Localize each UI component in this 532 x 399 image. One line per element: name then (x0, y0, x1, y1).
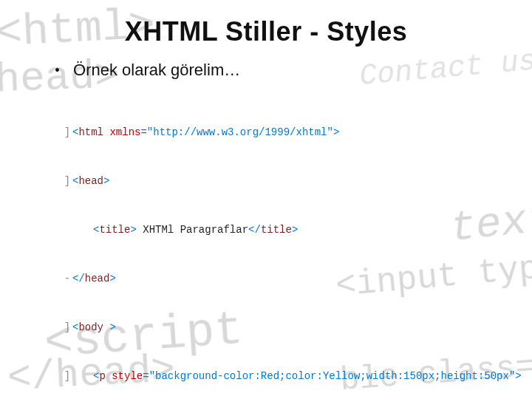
code-example: ]<html xmlns="http://www.w3.org/1999/xht… (62, 92, 502, 399)
slide-title: XHTML Stiller - Styles (30, 16, 502, 47)
slide-content: XHTML Stiller - Styles • Örnek olarak gö… (0, 0, 532, 399)
code-line: ]<body > (62, 319, 502, 335)
code-line: .<title> XHTMl Paragraflar</title> (62, 222, 502, 238)
code-line: -</head> (62, 270, 502, 287)
code-line: ]<html xmlns="http://www.w3.org/1999/xht… (62, 124, 502, 140)
bullet-marker: • (55, 61, 60, 80)
code-line: ]<p style="background-color:Red;color:Ye… (62, 368, 502, 384)
code-line: ]<head> (62, 173, 502, 189)
bullet-item: • Örnek olarak görelim… (55, 61, 502, 80)
bullet-text: Örnek olarak görelim… (73, 61, 240, 80)
